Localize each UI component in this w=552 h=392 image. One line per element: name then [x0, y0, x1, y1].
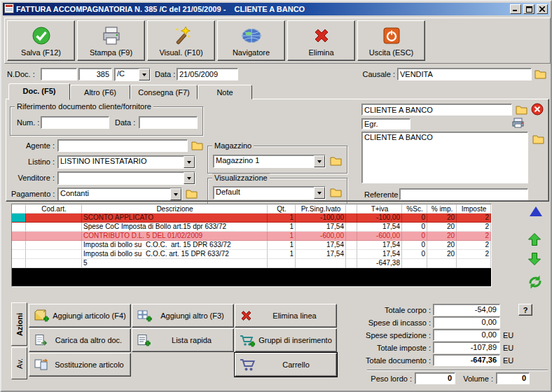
col-t-iva[interactable]: T+iva — [357, 204, 402, 214]
cell-aliq: 20 — [427, 241, 457, 250]
cell-imposte: 2 — [457, 223, 491, 232]
col-imposte[interactable]: Imposte — [457, 204, 491, 214]
close-button[interactable] — [537, 4, 548, 14]
cell-tiva: 17,54 — [357, 223, 402, 232]
tab-doc[interactable]: Doc. (F5) — [8, 83, 70, 100]
doc-tab-panel — [6, 99, 549, 202]
help-button[interactable]: ? — [518, 304, 532, 316]
tab-consegna[interactable]: Consegna (F7) — [130, 85, 198, 99]
tab-av[interactable]: Av. — [11, 347, 27, 379]
delete-button[interactable]: Elimina — [287, 20, 355, 61]
add-article-button[interactable]: Aggiungi articolo (F4) — [29, 304, 131, 328]
row-selector-cell[interactable] — [12, 250, 26, 259]
move-row-up-button[interactable] — [526, 231, 543, 248]
recalculate-button[interactable] — [527, 275, 544, 289]
col-descrizione[interactable]: Descrizione — [82, 204, 268, 214]
power-icon — [381, 25, 402, 46]
cart-button[interactable]: Carrello — [235, 353, 337, 377]
print-button[interactable]: Stampa (F9) — [77, 20, 145, 61]
replace-article-button[interactable]: Sostituzione articolo — [29, 353, 131, 377]
scroll-top-button[interactable] — [527, 205, 544, 218]
col-qt[interactable]: Qt. — [268, 204, 296, 214]
delete-line-button[interactable]: Elimina linea — [235, 304, 337, 328]
ndoc-input[interactable] — [78, 68, 112, 80]
table-row[interactable]: Spese CoC Imposta di Bollo art.15 dpr 63… — [12, 223, 491, 232]
col-selector[interactable] — [12, 204, 26, 214]
load-document-icon — [34, 334, 48, 346]
exit-button[interactable]: Uscita (ESC) — [357, 20, 425, 61]
move-row-down-button[interactable] — [526, 251, 543, 267]
insert-groups-button[interactable]: Gruppi di inserimento — [235, 328, 337, 352]
titlebar[interactable]: FATTURA ACCOMPAGNATORIA N. 385 /C del 21… — [3, 3, 549, 15]
series-dropdown-button[interactable] — [139, 69, 150, 80]
cell-cod-art — [26, 250, 82, 259]
totale-corpo-label: Totale corpo : — [355, 306, 431, 315]
red-x-icon — [240, 309, 254, 322]
cell-imposte: 2 — [457, 241, 491, 250]
list-add-icon — [137, 334, 151, 346]
summary-count: 5 — [82, 259, 268, 268]
spese-spedizione-field: 0,00 — [433, 329, 500, 341]
delete-x-icon — [311, 25, 332, 46]
maximize-button[interactable] — [523, 4, 534, 14]
causale-label: Causale : — [360, 70, 395, 79]
tab-azioni[interactable]: Azioni — [11, 302, 27, 346]
cell-qt: 1 — [268, 241, 296, 250]
globe-icon — [240, 25, 263, 46]
quick-list-button[interactable]: Lista rapida — [132, 328, 234, 352]
volume-label: Volume : — [458, 374, 493, 384]
col-sc[interactable]: %Sc. — [402, 204, 427, 214]
cell-aliq: 20 — [427, 214, 457, 223]
row-selector-cell[interactable] — [12, 232, 26, 241]
toolbar: Salva (F12) Stampa (F9) Visual. (F10) Na… — [4, 18, 551, 64]
col-imp-pct[interactable]: % imp. — [427, 204, 457, 214]
table-row[interactable]: Imposta di bollo su C.O.C. art. 15 DPR 6… — [12, 241, 491, 250]
cell-qt: 1 — [268, 214, 296, 223]
row-selector-cell[interactable] — [12, 241, 26, 250]
col-blank[interactable] — [346, 204, 357, 214]
row-selector-cell[interactable] — [12, 223, 26, 232]
cell-blank — [346, 214, 357, 223]
peso-lordo-label: Peso lordo : — [366, 374, 412, 384]
date-label: Data : — [155, 70, 175, 79]
ndoc-extra-input[interactable] — [41, 68, 77, 80]
tab-altro[interactable]: Altro (F6) — [70, 85, 130, 99]
causale-input[interactable] — [397, 68, 532, 80]
cell-cod-art — [26, 241, 82, 250]
table-row[interactable]: CONTRIBUTO D.L. 5 DEL 01/02/2009 1 -600,… — [12, 232, 491, 241]
cell-descrizione: Spese CoC Imposta di Bollo art.15 dpr 63… — [82, 223, 268, 232]
minimize-button[interactable] — [510, 4, 521, 14]
cart-add-icon — [240, 334, 255, 347]
minimize-icon — [513, 6, 518, 12]
load-from-doc-button[interactable]: Carica da altro doc. — [29, 328, 131, 352]
cell-pr: -100,00 — [296, 214, 346, 223]
tab-note[interactable]: Note — [198, 85, 252, 99]
cell-tiva: 17,54 — [357, 241, 402, 250]
cell-imposte: 2 — [457, 214, 491, 223]
date-input[interactable] — [177, 68, 238, 80]
col-cod-art[interactable]: Cod.art. — [26, 204, 82, 214]
summary-total: -647,38 — [357, 259, 402, 268]
navigator-button[interactable]: Navigatore — [217, 20, 285, 61]
causale-folder-button[interactable] — [533, 68, 547, 80]
cell-aliq: 20 — [427, 232, 457, 241]
add-other-button[interactable]: Aggiungi altro (F3) — [132, 304, 234, 328]
spese-incasso-field: 0,00 — [433, 316, 500, 328]
window-title: FATTURA ACCOMPAGNATORIA N. 385 /C del 21… — [16, 5, 508, 13]
table-row[interactable]: Imposta di bollo su C.O.C. art. 15 DPR 6… — [12, 250, 491, 259]
row-selector-cell[interactable] — [12, 214, 26, 223]
currency-label: EU — [503, 331, 513, 340]
series-select[interactable]: /C — [114, 68, 151, 81]
table-row[interactable]: SCONTO APPLICATO 1 -100,00 -100,00 0 20 … — [12, 214, 491, 223]
totale-corpo-field: -54,09 — [433, 304, 500, 316]
col-pr-sing-ivato[interactable]: Pr.Sing.Ivato — [296, 204, 346, 214]
add-box-icon — [34, 309, 49, 323]
cell-qt: 1 — [268, 223, 296, 232]
volume-field: 0 — [496, 372, 530, 384]
save-button[interactable]: Salva (F12) — [7, 20, 75, 61]
totale-documento-field: -647,36 — [433, 354, 500, 366]
cell-descrizione: CONTRIBUTO D.L. 5 DEL 01/02/2009 — [82, 232, 268, 241]
close-icon — [539, 6, 545, 12]
visualize-button[interactable]: Visual. (F10) — [147, 20, 215, 61]
ndoc-label: N.Doc. : — [7, 70, 35, 79]
